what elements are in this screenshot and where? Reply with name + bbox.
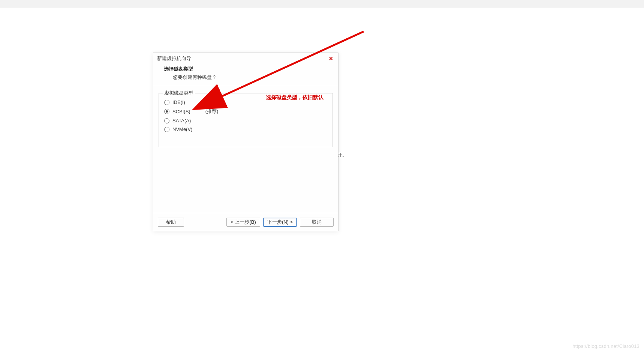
- header-subtitle: 您要创建何种磁盘？: [173, 74, 328, 81]
- radio-option-sata[interactable]: SATA(A): [164, 118, 327, 123]
- dialog-titlebar: 新建虚拟机向导 ✕: [153, 53, 338, 64]
- radio-icon-selected: [164, 109, 169, 114]
- radio-icon: [164, 118, 169, 123]
- help-button[interactable]: 帮助: [158, 218, 184, 227]
- page-topbar: [0, 0, 644, 8]
- header-title: 选择磁盘类型: [164, 66, 328, 72]
- next-button[interactable]: 下一步(N) >: [263, 218, 297, 227]
- group-legend: 虚拟磁盘类型: [163, 90, 195, 96]
- dialog-body: 虚拟磁盘类型 选择磁盘类型，依旧默认 IDE(I) SCSI(S) (推荐) S…: [153, 86, 338, 151]
- radio-icon: [164, 100, 169, 105]
- radio-label: SATA(A): [172, 118, 191, 123]
- radio-option-nvme[interactable]: NVMe(V): [164, 126, 327, 132]
- close-icon[interactable]: ✕: [328, 56, 334, 62]
- radio-label: NVMe(V): [172, 126, 192, 132]
- wizard-dialog: 新建虚拟机向导 ✕ 选择磁盘类型 您要创建何种磁盘？ 虚拟磁盘类型 选择磁盘类型…: [153, 53, 338, 231]
- radio-label: IDE(I): [172, 99, 185, 105]
- radio-option-scsi[interactable]: SCSI(S) (推荐): [164, 108, 327, 115]
- watermark-text: https://blog.csdn.net/Ciaro013: [572, 343, 640, 349]
- dialog-header: 选择磁盘类型 您要创建何种磁盘？: [153, 64, 338, 86]
- dialog-title: 新建虚拟机向导: [157, 55, 191, 62]
- cancel-button[interactable]: 取消: [300, 218, 334, 227]
- back-button[interactable]: < 上一步(B): [226, 218, 260, 227]
- red-annotation-text: 选择磁盘类型，依旧默认: [266, 94, 323, 101]
- radio-icon: [164, 127, 169, 132]
- background-fragment-text: 开。: [337, 152, 347, 158]
- recommend-label: (推荐): [205, 108, 219, 115]
- radio-label: SCSI(S): [172, 109, 190, 114]
- disk-type-group: 虚拟磁盘类型 选择磁盘类型，依旧默认 IDE(I) SCSI(S) (推荐) S…: [159, 93, 333, 147]
- dialog-footer: 帮助 < 上一步(B) 下一步(N) > 取消: [153, 213, 338, 231]
